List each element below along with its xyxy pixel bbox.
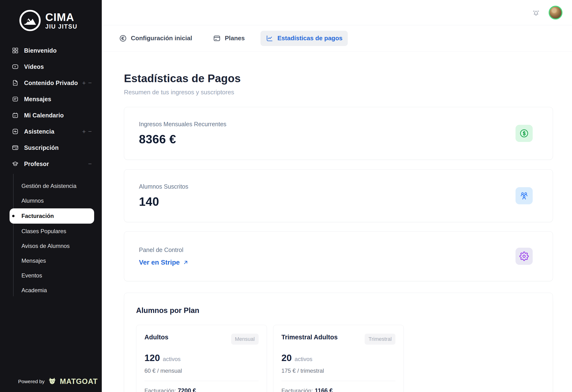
tab-label: Estadísticas de pagos: [277, 34, 342, 42]
video-icon: [12, 63, 19, 70]
sidebar-item-mensajes[interactable]: Mensajes: [0, 91, 102, 107]
subitem-label: Gestión de Asistencia: [21, 183, 77, 189]
gear-icon: [519, 252, 529, 261]
stat-label: Ingresos Mensuales Recurrentes: [139, 121, 226, 128]
stat-card-panel-control: Panel de Control Ver en Stripe: [124, 231, 553, 281]
sidebar-subitem-facturacion[interactable]: Facturación: [10, 208, 94, 224]
top-header: [102, 0, 572, 25]
sidebar-subitem-academia[interactable]: Academia: [0, 283, 102, 298]
plan-name: Trimestral Adultos: [282, 334, 338, 341]
collapse-minus-icon[interactable]: −: [88, 80, 92, 86]
plan-card-trimestral-adultos: Trimestral Adultos Trimestral 20 activos…: [273, 325, 404, 392]
subitem-label: Alumnos: [21, 197, 44, 204]
expand-controls: −: [88, 161, 92, 167]
sidebar-item-bienvenido[interactable]: Bienvenido: [0, 42, 102, 59]
tab-configuracion-inicial[interactable]: Configuración inicial: [114, 31, 197, 46]
profesor-submenu: Gestión de Asistencia Alumnos Facturació…: [0, 179, 102, 298]
expand-plus-icon[interactable]: +: [82, 128, 86, 135]
sidebar-subitem-avisos-alumnos[interactable]: Avisos de Alumnos: [0, 239, 102, 253]
notifications-bell-icon[interactable]: [532, 9, 540, 16]
sidebar-item-label: Vídeos: [24, 63, 44, 70]
sidebar-subitem-mensajes[interactable]: Mensajes: [0, 253, 102, 268]
powered-by-matgoat-link[interactable]: Powered by MATGOAT: [18, 377, 98, 386]
brand-subname: JIU JITSU: [45, 24, 78, 30]
page-subtitle: Resumen de tus ingresos y suscriptores: [124, 89, 553, 96]
sidebar-subitem-alumnos[interactable]: Alumnos: [0, 193, 102, 208]
sidebar-item-asistencia[interactable]: Asistencia + −: [0, 123, 102, 139]
expand-controls: + −: [82, 128, 92, 135]
plan-name: Adultos: [144, 334, 169, 341]
main-area: Configuración inicial Planes Estadística…: [102, 0, 572, 392]
tab-planes[interactable]: Planes: [208, 31, 250, 46]
euro-circle-icon: [119, 34, 127, 42]
credit-card-icon: [12, 144, 19, 151]
plan-active-count: 20: [282, 353, 292, 363]
sidebar-item-suscripcion[interactable]: Suscripción: [0, 139, 102, 156]
sidebar-item-label: Suscripción: [24, 144, 59, 151]
subitem-label: Academia: [21, 287, 47, 294]
ver-en-stripe-link[interactable]: Ver en Stripe: [139, 259, 189, 266]
page-content: Estadísticas de Pagos Resumen de tus ing…: [102, 51, 572, 392]
collapse-minus-icon[interactable]: −: [88, 161, 92, 167]
sidebar-item-label: Mensajes: [24, 96, 51, 103]
plan-active-count: 120: [144, 353, 160, 363]
plan-billing-value: 1166 €: [315, 387, 333, 392]
tab-estadisticas-de-pagos[interactable]: Estadísticas de pagos: [260, 31, 348, 46]
link-label: Ver en Stripe: [139, 259, 180, 266]
subitem-label: Mensajes: [21, 257, 46, 264]
document-icon: [12, 79, 19, 86]
sidebar-subitem-clases-populares[interactable]: Clases Populares: [0, 224, 102, 239]
mountain-logo-icon: [19, 9, 41, 32]
brand-name: CIMA: [45, 12, 78, 23]
sidebar-subitem-gestion-asistencia[interactable]: Gestión de Asistencia: [0, 179, 102, 193]
sidebar-item-contenido-privado[interactable]: Contenido Privado + −: [0, 75, 102, 91]
stat-card-ingresos: Ingresos Mensuales Recurrentes 8366 €: [124, 107, 553, 160]
brand-logo: CIMA JIU JITSU: [0, 0, 102, 32]
tab-label: Planes: [225, 34, 245, 42]
plan-card-adultos: Adultos Mensual 120 activos 60 € / mensu…: [136, 325, 267, 392]
sidebar-item-label: Asistencia: [24, 128, 54, 135]
stat-label: Panel de Control: [139, 246, 189, 253]
subitem-label: Eventos: [21, 272, 42, 279]
plan-billing-value: 7200 €: [178, 387, 196, 392]
powered-by-label: Powered by: [18, 379, 45, 384]
divider: [282, 381, 396, 381]
expand-controls: + −: [82, 80, 92, 86]
graduation-cap-icon: [12, 161, 19, 167]
plan-active-label: activos: [295, 356, 312, 362]
arrow-up-right-icon: [183, 259, 189, 266]
sidebar: CIMA JIU JITSU Bienvenido Vídeos Conteni…: [0, 0, 102, 392]
sidebar-item-label: Profesor: [24, 161, 49, 167]
plan-active-label: activos: [163, 356, 181, 362]
plan-price: 175 € / trimestral: [282, 367, 396, 374]
sidebar-item-label: Contenido Privado: [24, 79, 78, 87]
alumnos-por-plan-section: Alumnos por Plan Adultos Mensual 120 act…: [124, 293, 553, 392]
plan-billing-label: Facturación:: [144, 388, 176, 392]
app-window: CIMA JIU JITSU Bienvenido Vídeos Conteni…: [0, 0, 572, 392]
sidebar-item-profesor[interactable]: Profesor −: [0, 156, 102, 172]
stat-card-alumnos: Alumnos Suscritos 140: [124, 169, 553, 222]
divider: [144, 381, 259, 381]
credit-card-icon: [213, 34, 221, 42]
sidebar-item-mi-calendario[interactable]: Mi Calendario: [0, 107, 102, 123]
grid-icon: [12, 47, 19, 54]
subitem-label: Facturación: [21, 213, 54, 219]
plan-price: 60 € / mensual: [144, 367, 259, 374]
settings-tabs: Configuración inicial Planes Estadística…: [102, 25, 572, 51]
sidebar-item-label: Bienvenido: [24, 47, 57, 54]
collapse-minus-icon[interactable]: −: [88, 128, 92, 135]
plan-billing-label: Facturación:: [282, 388, 313, 392]
stat-icon-box: [516, 248, 533, 265]
plan-interval-badge: Trimestral: [365, 334, 395, 345]
stat-icon-box: [516, 187, 533, 204]
plan-interval-badge: Mensual: [231, 334, 259, 345]
stat-label: Alumnos Suscritos: [139, 183, 188, 190]
user-avatar[interactable]: [549, 6, 562, 19]
sidebar-item-label: Mi Calendario: [24, 112, 64, 119]
subitem-label: Avisos de Alumnos: [21, 243, 70, 249]
sidebar-item-videos[interactable]: Vídeos: [0, 59, 102, 75]
users-icon: [519, 191, 529, 200]
sidebar-subitem-eventos[interactable]: Eventos: [0, 268, 102, 283]
plan-billing: Facturación:1166 €: [282, 387, 396, 392]
expand-plus-icon[interactable]: +: [82, 80, 86, 86]
